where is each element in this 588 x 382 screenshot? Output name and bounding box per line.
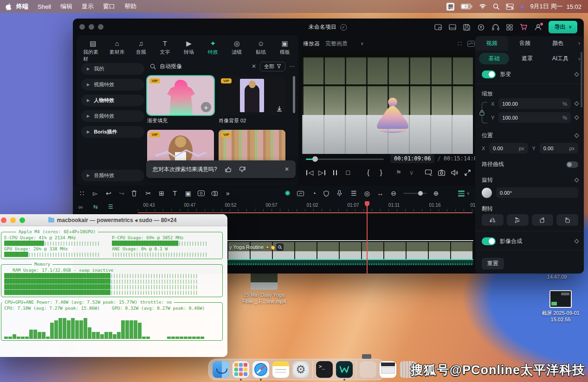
dock-screenshot-stack-icon[interactable] — [380, 361, 396, 378]
speed-ramp-icon[interactable] — [297, 191, 304, 197]
spotlight-search-icon[interactable] — [493, 3, 499, 10]
effects-scrollbar[interactable] — [293, 76, 295, 113]
dock-finder-icon[interactable] — [213, 361, 229, 378]
keyframe-diamond-icon[interactable] — [575, 102, 579, 106]
category-audio-effects[interactable]: ▶音频特效 — [81, 110, 144, 122]
workspace-grid-icon[interactable]: ∷ — [78, 190, 86, 197]
playback-slider-knob[interactable] — [312, 156, 318, 162]
multiview-grid-icon[interactable]: ∷ — [458, 40, 462, 47]
scope-icon[interactable] — [467, 41, 475, 47]
apple-menu[interactable] — [6, 3, 12, 10]
transform-toggle[interactable] — [482, 70, 496, 78]
tab-stickers[interactable]: ☺贴纸 — [251, 38, 271, 64]
category-audio-effects-2[interactable]: ▶音频特效 — [81, 170, 144, 181]
keyframe-diamond-icon[interactable] — [575, 178, 579, 183]
terminal-output[interactable]: Apple M4 (cores: 6E+4P+10GPU) E-CPU Usag… — [0, 226, 227, 346]
menu-app-name[interactable]: 终端 — [12, 2, 33, 11]
close-window-button[interactable] — [1, 217, 6, 223]
keyframe-diamond-icon[interactable] — [575, 72, 579, 77]
props-tab-audio[interactable]: 音频 — [508, 36, 541, 51]
menu-window[interactable]: 窗口 — [98, 2, 120, 11]
search-query[interactable]: 自动抠像 — [160, 63, 182, 70]
dock-launchpad-icon[interactable] — [233, 361, 249, 378]
flip-horizontal-button[interactable] — [482, 214, 504, 226]
desktop-file-yoga-mp4[interactable]: 15 Min Daily Yoga Flow _ E...tine.mp4 — [237, 271, 291, 305]
thumbs-up-icon[interactable] — [225, 166, 232, 173]
mark-out-button[interactable]: } — [375, 169, 387, 176]
smart-cut-icon[interactable]: ✺ — [284, 189, 291, 197]
battery-icon[interactable] — [461, 4, 472, 9]
undo-icon[interactable]: ↩ — [105, 190, 112, 197]
cart-icon[interactable] — [520, 24, 528, 31]
dock-filmora-icon[interactable] — [336, 361, 353, 378]
ai-zoom-badge[interactable] — [276, 243, 284, 251]
fit-timeline-icon[interactable]: ↔ — [377, 190, 384, 197]
text-tool-icon[interactable]: T — [171, 190, 179, 197]
audio-mixer-icon[interactable]: ☰ — [350, 190, 358, 197]
quality-dropdown[interactable]: 完整画质∨ — [325, 40, 364, 48]
redo-icon[interactable]: ↪ — [118, 190, 126, 197]
menu-view[interactable]: 显示 — [77, 2, 98, 11]
menu-date[interactable]: 9月1日 周一 — [530, 2, 562, 11]
props-scrollbar[interactable] — [581, 52, 582, 108]
delete-icon[interactable] — [131, 190, 139, 197]
add-effect-button[interactable]: + — [201, 102, 211, 112]
tab-effects[interactable]: ✦特效 — [203, 38, 223, 64]
chevron-right-icon[interactable]: › — [575, 40, 584, 46]
zoom-slider-knob[interactable] — [418, 191, 423, 196]
download-icon[interactable] — [276, 106, 283, 112]
tab-transition[interactable]: ▶转场 — [179, 38, 199, 64]
track-height-button[interactable]: ∨ — [458, 191, 470, 197]
zoom-window-button[interactable] — [19, 217, 25, 223]
dock-notes-icon[interactable] — [272, 361, 289, 378]
pip-icon[interactable]: ▣ — [185, 190, 192, 197]
zoom-window-button[interactable] — [98, 24, 103, 30]
close-toast-icon[interactable]: ✕ — [284, 166, 289, 172]
input-method-icon[interactable]: 拼 — [446, 3, 454, 11]
chevron-right-icon[interactable]: › — [578, 56, 580, 62]
props-tab-video[interactable]: 视频 — [475, 36, 508, 51]
category-mine[interactable]: ▶我的 — [81, 63, 144, 75]
category-video-effects[interactable]: ▶视频特效 — [81, 79, 144, 90]
mark-in-button[interactable]: { — [363, 169, 374, 176]
pause-button[interactable] — [330, 170, 341, 175]
menu-time[interactable]: 15:02 — [566, 3, 582, 10]
export-button[interactable]: 导出∨ — [549, 21, 577, 33]
zoom-out-icon[interactable]: ⊖ — [390, 190, 397, 197]
crop-icon[interactable]: ⊞ — [158, 190, 165, 197]
split-scissors-icon[interactable]: ✂ — [145, 190, 152, 197]
marker-button[interactable]: ⚑ — [393, 169, 404, 176]
video-clip[interactable]: y Yoga Routine ✦ — [227, 242, 473, 265]
subtab-basic[interactable]: 基础 — [479, 53, 509, 64]
save-icon[interactable] — [463, 24, 470, 31]
props-tab-color[interactable]: 颜色 — [542, 36, 575, 51]
record-options-icon[interactable]: ◎ — [363, 190, 371, 197]
clear-search-icon[interactable]: ✕ — [252, 63, 256, 70]
link-clips-icon[interactable]: ⇆ — [93, 204, 98, 210]
menu-edit[interactable]: 编辑 — [56, 2, 77, 11]
dock-safari-icon[interactable] — [252, 361, 269, 378]
effect-card-portrait-bg[interactable]: VIP 肖像背景 02 — [219, 76, 285, 124]
scale-x-input[interactable]: 100.00% — [498, 98, 571, 109]
rotate-input[interactable]: 0.00° — [496, 187, 578, 198]
marker-dropdown-icon[interactable]: ∨ — [406, 169, 417, 176]
scale-link-bracket[interactable] — [482, 102, 487, 123]
select-cursor-icon[interactable]: ▻ — [92, 190, 99, 197]
layout-icon[interactable] — [449, 24, 456, 31]
thumbs-down-icon[interactable] — [239, 166, 246, 173]
support-headset-icon[interactable] — [492, 24, 499, 31]
screen-record-icon[interactable] — [198, 191, 205, 196]
category-boris-plugin[interactable]: ▶Boris插件 — [81, 126, 144, 138]
tab-text[interactable]: T文字 — [155, 38, 175, 64]
menu-shell[interactable]: Shell — [33, 3, 56, 10]
rotation-knob[interactable] — [482, 188, 492, 198]
tab-filters[interactable]: ◎滤镜 — [227, 38, 247, 64]
track-manager-icon[interactable]: ☰ — [108, 204, 113, 210]
reset-button[interactable]: 重置 — [482, 258, 504, 269]
subtab-mask[interactable]: 遮罩 — [512, 53, 542, 64]
filter-all-button[interactable]: 全部 — [260, 62, 285, 71]
rotate-ccw-button[interactable] — [556, 214, 578, 226]
compositing-toggle[interactable] — [482, 237, 496, 245]
rotate-cw-button[interactable] — [532, 214, 554, 226]
next-frame-button[interactable]: ▷ — [317, 169, 328, 176]
